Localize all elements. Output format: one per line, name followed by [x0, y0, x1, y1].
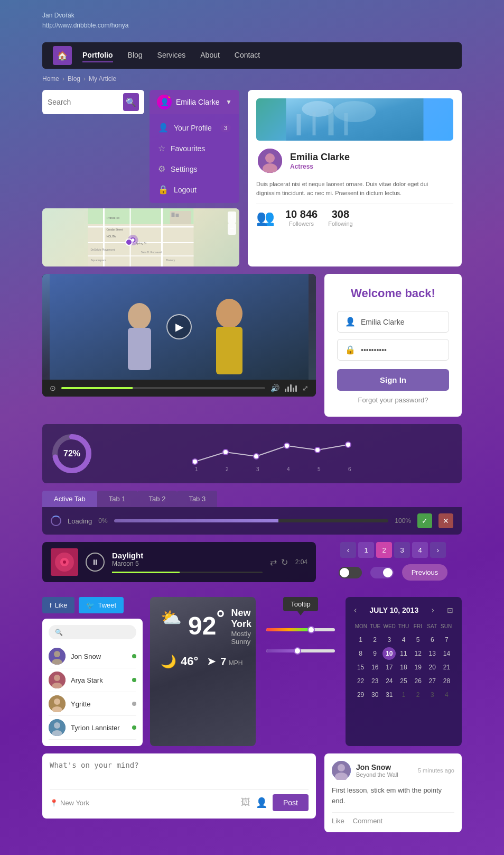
cal-day-next-4[interactable]: 4	[440, 688, 453, 701]
mention-icon[interactable]: 👤	[256, 797, 267, 808]
toggle-1[interactable]	[339, 567, 362, 578]
cal-day-12[interactable]: 12	[412, 647, 425, 660]
contact-arya-stark[interactable]: Arya Stark	[49, 668, 136, 692]
page-2[interactable]: 2	[376, 542, 392, 558]
cal-day-13[interactable]: 13	[426, 647, 439, 660]
cal-day-9[interactable]: 9	[368, 647, 381, 660]
cal-day-8[interactable]: 8	[354, 647, 367, 660]
nav-about[interactable]: About	[200, 49, 220, 62]
map-zoom-in[interactable]: +	[228, 212, 236, 223]
contact-tyrion[interactable]: Tyrion Lannister	[49, 716, 136, 740]
tab-active[interactable]: Active Tab	[42, 491, 97, 507]
cal-day-21[interactable]: 21	[440, 661, 453, 674]
music-progress-bar[interactable]	[112, 572, 263, 573]
loading-track[interactable]	[114, 519, 389, 522]
nav-blog[interactable]: Blog	[128, 49, 143, 62]
post-button[interactable]: Post	[273, 794, 309, 811]
cal-day-14[interactable]: 14	[440, 647, 453, 660]
slider-1-track[interactable]	[266, 628, 335, 631]
user-dropdown[interactable]: 👤 Emilia Clarke ▼	[150, 90, 239, 114]
username-input[interactable]	[361, 318, 441, 326]
loading-cancel-button[interactable]: ✕	[438, 513, 453, 528]
loading-confirm-button[interactable]: ✓	[417, 513, 432, 528]
cal-day-29[interactable]: 29	[354, 688, 367, 701]
cal-day-2[interactable]: 2	[368, 633, 381, 646]
cal-day-next-3[interactable]: 3	[426, 688, 439, 701]
tab-2[interactable]: Tab 2	[137, 491, 178, 507]
cal-day-10-today[interactable]: 10	[382, 647, 396, 660]
facebook-button[interactable]: f Like	[42, 597, 74, 613]
like-action[interactable]: Like	[332, 817, 344, 825]
breadcrumb-home[interactable]: Home	[42, 75, 59, 82]
cal-day-25[interactable]: 25	[397, 675, 410, 687]
cal-day-4[interactable]: 4	[397, 633, 410, 646]
slider-2-track[interactable]	[266, 649, 335, 652]
toggle-2[interactable]	[370, 567, 394, 578]
cal-edit-button[interactable]: ⊡	[447, 606, 453, 614]
page-3[interactable]: 3	[394, 542, 410, 558]
cal-day-15[interactable]: 15	[354, 661, 367, 674]
search-input[interactable]	[48, 98, 120, 106]
signin-button[interactable]: Sign In	[337, 369, 449, 391]
page-1[interactable]: 1	[358, 542, 374, 558]
contact-jon-snow[interactable]: Jon Snow	[49, 645, 136, 668]
fullscreen-icon[interactable]: ⤢	[302, 384, 309, 392]
cal-day-23[interactable]: 23	[368, 675, 381, 687]
play-button[interactable]: ▶	[166, 314, 192, 339]
post-textarea[interactable]	[50, 761, 309, 787]
menu-profile[interactable]: 👤 Your Profile 3	[150, 117, 239, 138]
menu-logout[interactable]: 🔒 Logout	[150, 179, 239, 200]
cal-day-3[interactable]: 3	[382, 633, 396, 646]
forgot-password-link[interactable]: Forgot your password?	[337, 396, 449, 404]
search-button[interactable]: 🔍	[123, 93, 139, 111]
cal-day-17[interactable]: 17	[382, 661, 396, 674]
breadcrumb-blog[interactable]: Blog	[68, 75, 80, 82]
cal-day-5[interactable]: 5	[412, 633, 425, 646]
home-nav-btn[interactable]: 🏠	[53, 46, 72, 65]
menu-settings[interactable]: ⚙ Settings	[150, 159, 239, 179]
nav-portfolio[interactable]: Portfolio	[82, 49, 113, 62]
contact-ygritte[interactable]: Ygritte	[49, 692, 136, 716]
slider-2-thumb[interactable]	[294, 647, 301, 655]
cal-day-20[interactable]: 20	[426, 661, 439, 674]
repeat-icon[interactable]: ↻	[281, 557, 288, 567]
twitter-button[interactable]: 🐦 Tweet	[79, 597, 124, 613]
shuffle-icon[interactable]: ⇄	[270, 557, 277, 567]
cal-day-26[interactable]: 26	[412, 675, 425, 687]
slider-1-thumb[interactable]	[307, 626, 315, 633]
nav-contact[interactable]: Contact	[235, 49, 260, 62]
cal-day-6[interactable]: 6	[426, 633, 439, 646]
cal-prev-button[interactable]: ‹	[354, 605, 357, 615]
cal-day-19[interactable]: 19	[412, 661, 425, 674]
cal-day-next-1[interactable]: 1	[397, 688, 410, 701]
cal-day-30[interactable]: 30	[368, 688, 381, 701]
cal-day-28[interactable]: 28	[440, 675, 453, 687]
map-zoom-out[interactable]: −	[228, 223, 236, 235]
comment-action[interactable]: Comment	[353, 817, 382, 825]
video-progress-bar[interactable]	[61, 387, 265, 389]
page-next-arrow[interactable]: ›	[430, 542, 446, 558]
cal-day-18[interactable]: 18	[397, 661, 410, 674]
previous-button[interactable]: Previous	[402, 564, 448, 581]
password-input[interactable]	[361, 346, 441, 354]
cal-next-button[interactable]: ›	[431, 605, 434, 615]
cal-day-1[interactable]: 1	[354, 633, 367, 646]
contacts-search-input[interactable]	[66, 628, 130, 636]
volume-icon[interactable]: 🔊	[270, 384, 279, 392]
page-prev-arrow[interactable]: ‹	[340, 542, 356, 558]
cal-day-16[interactable]: 16	[368, 661, 381, 674]
cal-day-24[interactable]: 24	[382, 675, 396, 687]
cal-day-27[interactable]: 27	[426, 675, 439, 687]
page-4[interactable]: 4	[412, 542, 428, 558]
cal-day-7[interactable]: 7	[440, 633, 453, 646]
cal-day-next-2[interactable]: 2	[412, 688, 425, 701]
cal-day-11[interactable]: 11	[397, 647, 410, 660]
video-play-icon[interactable]: ⊙	[50, 384, 56, 392]
tab-3[interactable]: Tab 3	[177, 491, 217, 507]
nav-services[interactable]: Services	[157, 49, 186, 62]
cal-day-22[interactable]: 22	[354, 675, 367, 687]
cal-day-31[interactable]: 31	[382, 688, 396, 701]
pause-button[interactable]: ⏸	[86, 553, 105, 572]
image-upload-icon[interactable]: 🖼	[241, 797, 250, 808]
menu-favourites[interactable]: ☆ Favourites	[150, 138, 239, 159]
